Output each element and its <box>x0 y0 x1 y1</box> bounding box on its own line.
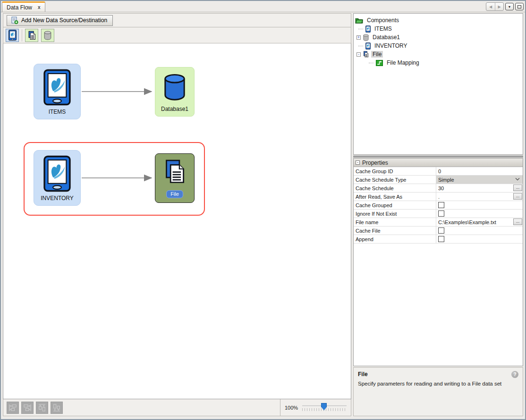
property-row-cache-schedule-type[interactable]: Cache Schedule Type Simple <box>354 176 523 184</box>
help-icon[interactable]: ? <box>511 371 518 378</box>
main-area: Add New Data Source/Destination <box>1 12 525 419</box>
node-label: INVENTORY <box>41 195 74 202</box>
tab-list-button[interactable]: ▼ <box>505 3 514 10</box>
file-icon <box>164 159 186 184</box>
tree-root-components[interactable]: Components <box>355 16 521 25</box>
field-value: C:\Examples\Example.txt <box>438 219 496 225</box>
tab-bar: Data Flow x ◀ ▶ ▼ <box>1 1 525 12</box>
description-text: Specify parameters for reading and writi… <box>358 381 518 386</box>
property-value-field[interactable]: 30 ... <box>436 184 523 192</box>
palette-file-button[interactable] <box>25 29 38 42</box>
file-icon <box>363 51 369 58</box>
toolbar-separator <box>22 29 22 42</box>
description-panel: File ? Specify parameters for reading an… <box>353 367 523 416</box>
tree-connector <box>358 29 363 29</box>
property-label: Append <box>354 235 436 243</box>
property-row-cache-grouped[interactable]: Cache Grouped <box>354 201 523 210</box>
property-label: Cache Grouped <box>354 201 436 209</box>
align-bottom-icon <box>53 403 60 412</box>
align-bottom-button[interactable] <box>51 402 63 414</box>
property-row-append[interactable]: Append <box>354 235 523 244</box>
property-value-field <box>436 235 523 243</box>
property-value-field <box>436 210 523 218</box>
properties-panel: - Properties Cache Group ID 0 Cache Sche… <box>353 158 523 366</box>
align-right-button[interactable] <box>21 402 34 414</box>
maximize-icon <box>518 5 521 8</box>
add-document-icon <box>11 17 18 24</box>
tab-label: Data Flow <box>7 4 32 11</box>
property-row-cache-group-id[interactable]: Cache Group ID 0 <box>354 167 523 176</box>
flow-canvas[interactable]: ITEMS Database1 INVENTORY File <box>3 43 351 399</box>
collapse-minus-icon[interactable]: - <box>356 52 361 57</box>
tab-close-icon[interactable]: x <box>38 5 41 10</box>
property-label: Cache Schedule <box>354 184 436 192</box>
node-database1[interactable]: Database1 <box>155 67 195 117</box>
property-value-field <box>436 201 523 209</box>
tree-item-file[interactable]: - File <box>355 50 521 59</box>
panel-splitter[interactable] <box>353 155 523 158</box>
expand-plus-icon[interactable]: + <box>356 35 361 40</box>
tree-label: File Mapping <box>385 59 421 66</box>
property-row-ignore-if-not-exist[interactable]: Ignore If Not Exist <box>354 210 523 218</box>
checkbox[interactable] <box>438 210 444 217</box>
property-value-field[interactable]: C:\Examples\Example.txt ... <box>436 218 523 226</box>
dropdown-value: Simple <box>438 177 454 183</box>
property-row-file-name[interactable]: File name C:\Examples\Example.txt ... <box>354 218 523 227</box>
checkbox[interactable] <box>438 236 444 242</box>
properties-header: - Properties <box>354 159 523 167</box>
tree-connector <box>369 63 373 63</box>
node-inventory[interactable]: INVENTORY <box>34 150 81 206</box>
top-toolbar: Add New Data Source/Destination <box>3 13 351 27</box>
tree-item-database1[interactable]: + Database1 <box>355 33 521 42</box>
browse-ellipsis-button[interactable]: ... <box>513 193 522 200</box>
property-label: After Read, Save As <box>354 193 436 201</box>
add-data-source-label: Add New Data Source/Destination <box>21 17 107 24</box>
tree-label: Database1 <box>371 34 401 41</box>
maximize-button[interactable] <box>515 3 524 10</box>
align-top-button[interactable] <box>36 402 48 414</box>
align-left-button[interactable] <box>7 402 19 414</box>
property-dropdown[interactable]: Simple <box>436 176 523 184</box>
tab-scroll-right-icon[interactable]: ▶ <box>495 3 503 10</box>
palette-mobile-button[interactable] <box>6 29 19 42</box>
tab-data-flow[interactable]: Data Flow x <box>2 1 45 12</box>
tree-item-file-mapping[interactable]: File Mapping <box>355 59 521 67</box>
property-label: Cache File <box>354 227 436 235</box>
property-label: Cache Group ID <box>354 167 436 175</box>
property-value-field[interactable]: 0 <box>436 167 523 175</box>
node-label: ITEMS <box>49 109 66 115</box>
tree-connector <box>358 46 363 46</box>
properties-title: Properties <box>362 160 388 166</box>
mapping-icon <box>376 59 383 67</box>
property-row-cache-file[interactable]: Cache File <box>354 227 523 235</box>
zoom-level: 100% <box>285 405 298 411</box>
zoom-slider[interactable] <box>302 402 347 413</box>
mobile-data-source-icon <box>43 69 71 106</box>
description-title: File <box>358 371 518 378</box>
add-data-source-button[interactable]: Add New Data Source/Destination <box>7 15 113 26</box>
database-icon <box>363 34 369 41</box>
checkbox[interactable] <box>438 202 444 208</box>
mobile-data-source-icon <box>8 30 17 41</box>
file-badge: File <box>166 190 183 198</box>
node-file[interactable]: File <box>155 153 195 203</box>
components-tree[interactable]: Components ITEMS + Database1 INVENTORY <box>353 13 523 155</box>
tab-scroll-left-icon[interactable]: ◀ <box>486 3 495 10</box>
browse-ellipsis-button[interactable]: ... <box>513 185 522 191</box>
checkbox[interactable] <box>438 227 444 234</box>
property-label: Cache Schedule Type <box>354 176 436 184</box>
tree-item-inventory[interactable]: INVENTORY <box>355 42 521 50</box>
chevron-down-icon <box>515 177 520 181</box>
properties-filler <box>354 244 523 366</box>
property-value-field[interactable]: . ... <box>436 193 523 201</box>
node-items[interactable]: ITEMS <box>34 64 81 119</box>
property-row-after-read-save-as[interactable]: After Read, Save As . ... <box>354 193 523 201</box>
collapse-minus-icon[interactable]: - <box>356 160 360 165</box>
align-buttons <box>3 399 280 416</box>
property-row-cache-schedule[interactable]: Cache Schedule 30 ... <box>354 184 523 193</box>
file-destination-icon <box>28 31 36 40</box>
tree-item-items[interactable]: ITEMS <box>355 25 521 33</box>
palette-database-button[interactable] <box>41 29 54 42</box>
browse-ellipsis-button[interactable]: ... <box>513 218 522 225</box>
property-label: Ignore If Not Exist <box>354 210 436 218</box>
